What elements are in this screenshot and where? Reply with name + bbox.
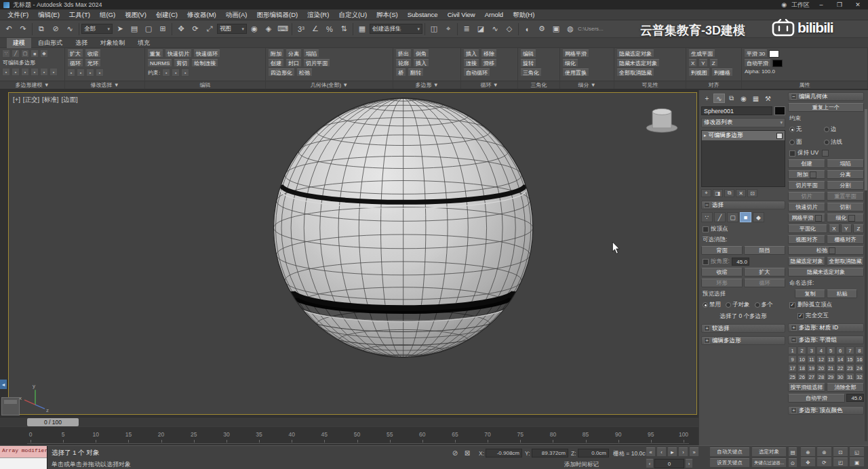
ribbon-button-封口[interactable]: 封口 xyxy=(285,59,302,67)
ribbon-button-生成平面[interactable]: 生成平面 xyxy=(688,49,715,58)
listener-script-line[interactable] xyxy=(0,457,47,469)
menu-文件(F)[interactable]: 文件(F) xyxy=(3,9,33,20)
ribbon-icon[interactable]: ▪ xyxy=(2,68,10,76)
section-caption-循环[interactable]: 循环 ▼ xyxy=(461,81,517,89)
平面化-button[interactable]: 平面化 xyxy=(788,224,827,233)
menu-Substance[interactable]: Substance xyxy=(403,9,443,20)
ribbon-button-附加[interactable]: 附加 xyxy=(268,49,284,58)
ribbon-icon[interactable]: ■ xyxy=(31,49,39,58)
mirror-icon[interactable]: ◫ xyxy=(427,22,441,36)
ribbon-button-光环[interactable]: 光环 xyxy=(85,59,101,67)
axis-button-Z[interactable]: Z xyxy=(853,224,864,233)
selected-filter-dropdown[interactable]: 选定对象 xyxy=(751,447,787,457)
附加-button[interactable]: 附加 xyxy=(788,170,825,179)
ribbon-button-全部取消隐藏[interactable]: 全部取消隐藏 xyxy=(616,68,654,77)
smoothing-group-22[interactable]: 22 xyxy=(836,364,845,372)
ribbon-tab-建模[interactable]: 建模 xyxy=(7,38,31,48)
axis-button-Y[interactable]: Y xyxy=(841,224,852,233)
constraint-option-边[interactable]: 边 xyxy=(824,125,854,134)
ribbon-button-挤出[interactable]: 挤出 xyxy=(395,49,412,58)
snaps-toggle-icon[interactable]: 3³ xyxy=(294,22,308,36)
smoothing-group-24[interactable]: 24 xyxy=(855,364,864,372)
zoom-all-button[interactable]: ⊛ xyxy=(816,447,832,457)
select-and-link-icon[interactable]: ⧉ xyxy=(35,22,48,36)
preview-option-子对象[interactable]: 子对象 xyxy=(726,301,750,309)
ribbon-button-循环[interactable]: 循环 xyxy=(67,59,83,67)
section-caption-可见性[interactable]: 可见性 xyxy=(614,81,686,89)
smoothing-group-9[interactable]: 9 xyxy=(788,355,797,363)
listener-macro-line[interactable]: Array modifier xyxy=(0,446,47,457)
smoothing-group-1[interactable]: 1 xyxy=(788,346,797,354)
rollout-edit-geometry[interactable]: − 编辑几何体 xyxy=(788,92,864,101)
play-animation-button[interactable]: ► xyxy=(667,447,677,457)
zoom-extents-button[interactable]: ⊡ xyxy=(833,447,848,457)
viewport-layout-thumbnail[interactable] xyxy=(1,397,20,415)
ribbon-icon[interactable]: ╱ xyxy=(12,49,20,58)
use-pivot-center-icon[interactable]: ◉ xyxy=(248,22,261,36)
auto-smooth-value-field[interactable]: 45.0 xyxy=(846,394,864,402)
section-caption-对齐[interactable]: 对齐 xyxy=(686,81,741,89)
percent-snap-icon[interactable]: % xyxy=(323,22,336,36)
spinner-snap-icon[interactable]: ⇅ xyxy=(337,22,351,36)
viewport-label-1[interactable]: [正交] xyxy=(23,96,39,104)
smoothing-group-29[interactable]: 29 xyxy=(827,373,835,381)
select-and-move-icon[interactable]: ✥ xyxy=(174,22,188,36)
selection-lock-icon[interactable]: ⊠ xyxy=(462,449,472,457)
z-coord-field[interactable]: 0.0cm xyxy=(578,449,609,457)
select-object-icon[interactable]: ➤ xyxy=(113,22,127,36)
ribbon-button-Z[interactable]: Z xyxy=(709,59,718,67)
frame-spinner[interactable]: › xyxy=(685,459,693,468)
menu-图形编辑器(D)[interactable]: 图形编辑器(D) xyxy=(252,9,302,20)
maxscript-mini-listener[interactable]: Array modifier xyxy=(0,446,47,469)
next-frame-button[interactable]: › xyxy=(678,447,688,457)
reference-coordinate-system-dropdown[interactable]: 视图▾ xyxy=(217,24,247,34)
select-by-name-icon[interactable]: ▤ xyxy=(127,22,141,36)
ribbon-button-切片平面[interactable]: 切片平面 xyxy=(303,59,330,67)
modifier-stack-list[interactable]: ▸ 可编辑多边形 xyxy=(701,130,785,187)
selection-region-icon[interactable]: ▢ xyxy=(142,22,155,36)
ribbon-tab-选择[interactable]: 选择 xyxy=(69,38,94,48)
viewport-canvas[interactable]: yxz xyxy=(9,93,696,414)
ribbon-button-使用置换[interactable]: 使用置换 xyxy=(562,68,589,77)
orbit-view-button[interactable]: ⟳ xyxy=(816,457,832,467)
maxscript-icon[interactable]: ▤ xyxy=(788,447,797,457)
smoothing-group-17[interactable]: 17 xyxy=(788,364,797,372)
axis-button-X[interactable]: X xyxy=(829,224,840,233)
workspace-selector[interactable]: 工作区 xyxy=(791,1,810,9)
ribbon-icon[interactable]: ▪ xyxy=(162,68,170,77)
ribbon-button-隐藏未选定对象[interactable]: 隐藏未选定对象 xyxy=(616,59,660,67)
隐藏未选定对象-button[interactable]: 隐藏未选定对象 xyxy=(788,268,864,277)
ribbon-button-倒角[interactable]: 倒角 xyxy=(413,49,429,58)
栅格对齐-button[interactable]: 栅格对齐 xyxy=(827,235,864,244)
element-subobject-icon[interactable]: ◆ xyxy=(753,212,764,222)
settings-box-icon[interactable] xyxy=(829,247,835,254)
ribbon-button-分离[interactable]: 分离 xyxy=(285,49,302,58)
pin-stack-icon[interactable]: ⌖ xyxy=(701,189,711,197)
create-tab[interactable]: + xyxy=(701,94,713,103)
copy-button[interactable]: 复制 xyxy=(795,289,825,298)
section-caption-细分[interactable]: 细分 ▼ xyxy=(560,81,614,89)
previous-frame-button[interactable]: ‹ xyxy=(656,447,667,457)
rollout-vertex-colors[interactable]: + 多边形: 顶点颜色 xyxy=(788,406,864,415)
塌陷-button[interactable]: 塌陷 xyxy=(827,159,864,168)
细化-button[interactable]: 细化 xyxy=(827,213,864,222)
viewport-label-2[interactable]: [标准] xyxy=(42,96,58,104)
smoothing-group-12[interactable]: 12 xyxy=(816,355,825,363)
align-icon[interactable]: ⌖ xyxy=(441,22,455,36)
ribbon-button-收缩[interactable]: 收缩 xyxy=(85,49,101,58)
settings-box-icon[interactable] xyxy=(848,215,855,222)
pan-view-button[interactable]: ✥ xyxy=(800,457,816,467)
time-slider-track[interactable]: 0 / 100 xyxy=(0,417,698,426)
rollout-edit-polygons[interactable]: + 编辑多边形 xyxy=(701,336,785,345)
menu-工具(T)[interactable]: 工具(T) xyxy=(64,9,95,20)
settings-box-icon[interactable] xyxy=(815,215,822,222)
section-caption-几何体(全部)[interactable]: 几何体(全部) ▼ xyxy=(266,81,393,89)
viewport-layout-tab-arrow[interactable]: ◄ xyxy=(0,380,7,389)
smoothing-group-19[interactable]: 19 xyxy=(807,364,816,372)
hierarchy-tab[interactable]: ⧉ xyxy=(726,94,737,103)
ribbon-button-隐藏选定对象[interactable]: 隐藏选定对象 xyxy=(616,49,654,58)
ribbon-button-扩大[interactable]: 扩大 xyxy=(67,49,83,58)
section-caption-多边形建模[interactable]: 多边形建模 ▼ xyxy=(0,81,64,89)
ribbon-button-移除[interactable]: 移除 xyxy=(481,49,497,58)
ribbon-button-翻转[interactable]: 翻转 xyxy=(408,68,424,77)
